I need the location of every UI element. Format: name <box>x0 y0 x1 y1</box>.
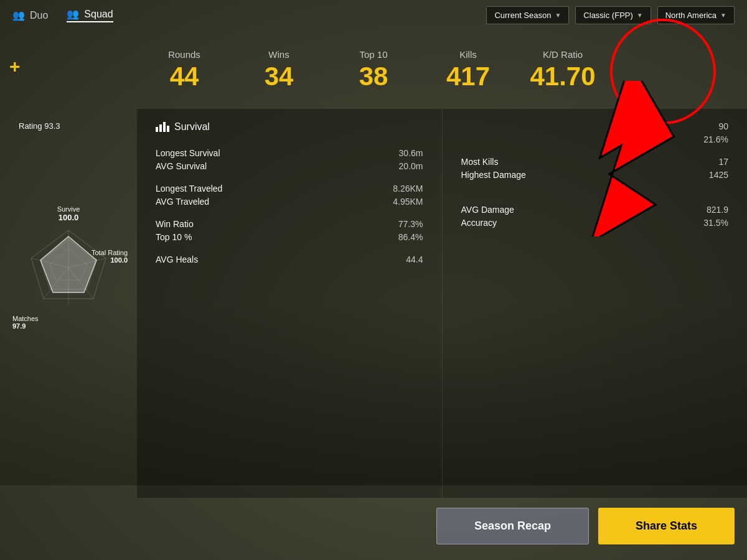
kills-value: 417 <box>431 63 505 90</box>
survival-title: Survival <box>174 121 210 133</box>
highest-damage-val: 1425 <box>709 170 728 180</box>
chevron-down-icon: ▼ <box>555 12 561 19</box>
wins-label: Wins <box>242 49 316 60</box>
longest-survival-row: Longest Survival 30.6m <box>156 148 423 158</box>
avg-heals-row: AVG Heals 44.4 <box>156 254 423 264</box>
rank-pct: 21.6% <box>703 134 728 144</box>
accuracy-val: 31.5% <box>703 218 728 228</box>
kills-stat: Kills 417 <box>431 49 505 90</box>
longest-survival-label: Longest Survival <box>156 148 220 158</box>
win-ratio-label: Win Ratio <box>156 219 194 229</box>
nav-left: 👥 Duo 👥 Squad <box>12 8 113 22</box>
kd-stat: K/D Ratio 41.70 <box>525 49 600 90</box>
survive-label: Survive 100.0 <box>57 205 80 222</box>
kd-value: 41.70 <box>525 63 600 90</box>
total-rating-label: Total Rating 100.0 <box>92 249 128 264</box>
region-dropdown[interactable]: North America ▼ <box>657 6 735 24</box>
rating-display: Rating 93.3 <box>19 121 60 131</box>
accuracy-row: Accuracy 31.5% <box>461 218 729 228</box>
avg-damage-label: AVG Damage <box>461 205 514 215</box>
top10-pct-val: 86.4% <box>398 232 423 242</box>
duo-icon: 👥 <box>12 9 25 21</box>
avg-survival-row: AVG Survival 20.0m <box>156 161 423 171</box>
win-ratio-val: 77.3% <box>398 219 423 229</box>
accuracy-label: Accuracy <box>461 218 497 228</box>
rounds-stat: Rounds 44 <box>147 49 222 90</box>
survival-header: Survival <box>156 121 423 133</box>
top10-pct-label: Top 10 % <box>156 232 192 242</box>
stats-header: Rounds 44 Wins 34 Top 10 38 Kills 417 K/… <box>0 37 747 96</box>
rank-value: 90 <box>718 121 728 131</box>
matches-label: Matches 97.9 <box>12 315 39 330</box>
kills-label: Kills <box>431 49 505 60</box>
chevron-down-icon: ▼ <box>720 12 726 19</box>
top10-stat: Top 10 38 <box>336 49 411 90</box>
survival-panel: Survival Longest Survival 30.6m AVG Surv… <box>137 109 443 498</box>
season-recap-button[interactable]: Season Recap <box>436 508 589 544</box>
nav-duo[interactable]: 👥 Duo <box>12 9 48 21</box>
radar-chart: Survive 100.0 Total Rating 100.0 Matches… <box>9 205 128 330</box>
survive-value: 100.0 <box>57 213 80 222</box>
avg-damage-row: AVG Damage 821.9 <box>461 205 729 215</box>
most-kills-label: Most Kills <box>461 157 499 167</box>
rounds-value: 44 <box>147 63 222 90</box>
region-dropdown-label: North America <box>665 11 716 20</box>
season-dropdown[interactable]: Current Season ▼ <box>486 6 569 24</box>
top10-pct-row: Top 10 % 86.4% <box>156 232 423 242</box>
avg-survival-label: AVG Survival <box>156 161 207 171</box>
avg-heals-val: 44.4 <box>406 254 423 264</box>
win-ratio-row: Win Ratio 77.3% <box>156 219 423 229</box>
kd-label: K/D Ratio <box>525 49 600 60</box>
squad-label: Squad <box>84 9 113 20</box>
squad-icon: 👥 <box>67 8 79 20</box>
longest-traveled-label: Longest Traveled <box>156 184 222 194</box>
mode-dropdown[interactable]: Classic (FPP) ▼ <box>575 6 651 24</box>
longest-traveled-row: Longest Traveled 8.26KM <box>156 184 423 194</box>
wins-value: 34 <box>242 63 316 90</box>
bar-chart-icon <box>156 122 169 132</box>
highest-damage-label: Highest Damage <box>461 170 526 180</box>
season-dropdown-label: Current Season <box>494 11 551 20</box>
avg-survival-val: 20.0m <box>399 161 423 171</box>
highest-damage-row: Highest Damage 1425 <box>461 170 729 180</box>
bottom-buttons: Season Recap Share Stats <box>311 498 747 554</box>
mode-dropdown-label: Classic (FPP) <box>583 11 632 20</box>
most-kills-row: Most Kills 17 <box>461 157 729 167</box>
rounds-label: Rounds <box>147 49 222 60</box>
share-stats-button[interactable]: Share Stats <box>598 508 735 544</box>
longest-traveled-val: 8.26KM <box>393 184 423 194</box>
avg-heals-label: AVG Heals <box>156 254 198 264</box>
survive-text: Survive <box>57 205 80 213</box>
nav-right: Current Season ▼ Classic (FPP) ▼ North A… <box>486 6 735 24</box>
combat-panel: 90 21.6% Most Kills 17 Highest Damage 14… <box>443 109 748 498</box>
top10-value: 38 <box>336 63 411 90</box>
longest-survival-val: 30.6m <box>399 148 423 158</box>
radar-svg <box>25 224 112 311</box>
top-navigation: 👥 Duo 👥 Squad Current Season ▼ Classic (… <box>0 0 747 30</box>
avg-traveled-label: AVG Traveled <box>156 197 209 207</box>
avg-damage-val: 821.9 <box>707 205 728 215</box>
plus-icon[interactable]: + <box>9 56 21 77</box>
main-panel: Survival Longest Survival 30.6m AVG Surv… <box>137 109 747 498</box>
top10-label: Top 10 <box>336 49 411 60</box>
chevron-down-icon: ▼ <box>637 12 643 19</box>
avg-traveled-val: 4.95KM <box>393 197 423 207</box>
most-kills-val: 17 <box>718 157 728 167</box>
wins-stat: Wins 34 <box>242 49 316 90</box>
nav-squad[interactable]: 👥 Squad <box>67 8 113 22</box>
avg-traveled-row: AVG Traveled 4.95KM <box>156 197 423 207</box>
duo-label: Duo <box>30 10 48 21</box>
